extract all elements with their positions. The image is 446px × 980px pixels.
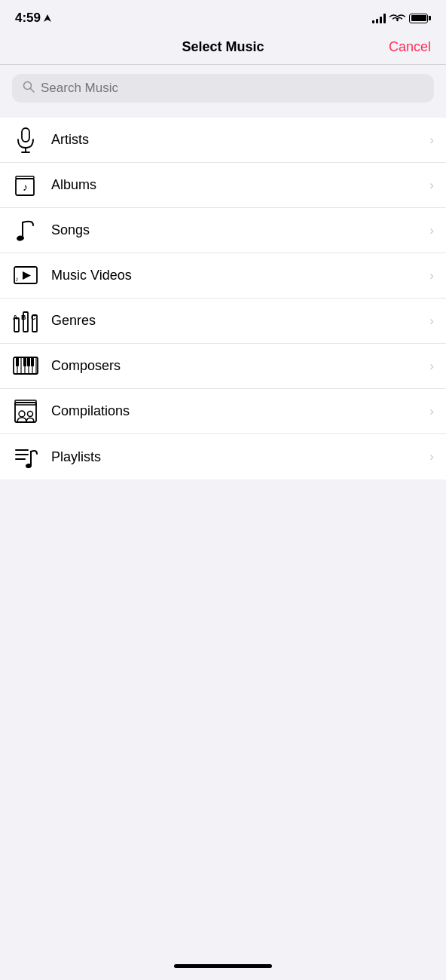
search-icon xyxy=(23,81,35,96)
menu-item-artists[interactable]: Artists › xyxy=(0,118,446,163)
playlists-label: Playlists xyxy=(51,449,423,465)
albums-label: Albums xyxy=(51,177,423,193)
albums-chevron: › xyxy=(429,178,434,193)
cancel-button[interactable]: Cancel xyxy=(389,39,431,55)
svg-text:♪: ♪ xyxy=(15,275,19,283)
playlists-icon xyxy=(12,446,39,468)
menu-list: Artists › ♪ Albums › Songs › xyxy=(0,118,446,479)
svg-point-34 xyxy=(28,411,33,416)
menu-item-playlists[interactable]: Playlists › xyxy=(0,434,446,479)
svg-rect-30 xyxy=(31,357,34,366)
time-label: 4:59 xyxy=(15,11,41,26)
svg-rect-7 xyxy=(16,176,34,179)
wifi-icon xyxy=(391,14,404,23)
search-input[interactable] xyxy=(41,81,423,96)
svg-rect-28 xyxy=(23,357,26,366)
compilations-label: Compilations xyxy=(51,403,423,419)
compilations-icon xyxy=(12,400,39,424)
menu-item-genres[interactable]: A B C Genres › xyxy=(0,299,446,344)
artists-icon xyxy=(12,128,39,152)
songs-label: Songs xyxy=(51,222,423,238)
location-arrow-icon xyxy=(44,14,51,22)
signal-icon xyxy=(372,13,386,23)
songs-chevron: › xyxy=(429,223,434,238)
genres-label: Genres xyxy=(51,313,423,329)
songs-icon xyxy=(12,219,39,242)
status-icons xyxy=(372,13,431,23)
search-bar[interactable] xyxy=(12,74,434,103)
svg-text:A: A xyxy=(13,314,18,321)
music-videos-icon: ♪ xyxy=(12,266,39,286)
composers-chevron: › xyxy=(429,359,434,374)
music-videos-chevron: › xyxy=(429,268,434,283)
svg-marker-0 xyxy=(44,14,51,22)
svg-text:B: B xyxy=(21,314,26,321)
composers-label: Composers xyxy=(51,358,423,374)
status-time: 4:59 xyxy=(15,11,51,26)
battery-icon xyxy=(409,14,431,23)
genres-chevron: › xyxy=(429,314,434,329)
svg-rect-29 xyxy=(27,357,30,366)
status-bar: 4:59 xyxy=(0,0,446,32)
svg-text:♪: ♪ xyxy=(23,181,28,193)
menu-item-albums[interactable]: ♪ Albums › xyxy=(0,163,446,208)
svg-rect-27 xyxy=(16,357,19,366)
artists-chevron: › xyxy=(429,133,434,148)
svg-line-2 xyxy=(31,89,35,93)
menu-item-composers[interactable]: Composers › xyxy=(0,344,446,389)
search-container xyxy=(0,65,446,112)
menu-item-compilations[interactable]: Compilations › xyxy=(0,389,446,434)
playlists-chevron: › xyxy=(429,449,434,464)
composers-icon xyxy=(12,357,39,376)
compilations-chevron: › xyxy=(429,404,434,419)
menu-item-songs[interactable]: Songs › xyxy=(0,208,446,253)
albums-icon: ♪ xyxy=(12,174,39,197)
artists-label: Artists xyxy=(51,132,423,148)
svg-marker-12 xyxy=(23,271,31,280)
svg-point-33 xyxy=(19,411,25,417)
svg-text:C: C xyxy=(31,314,36,321)
home-indicator xyxy=(174,964,272,968)
svg-rect-3 xyxy=(22,128,29,142)
music-videos-label: Music Videos xyxy=(51,268,423,283)
genres-icon: A B C xyxy=(12,309,39,333)
menu-item-music-videos[interactable]: ♪ Music Videos › xyxy=(0,253,446,299)
nav-header: Select Music Cancel xyxy=(0,32,446,65)
page-title: Select Music xyxy=(182,39,264,55)
